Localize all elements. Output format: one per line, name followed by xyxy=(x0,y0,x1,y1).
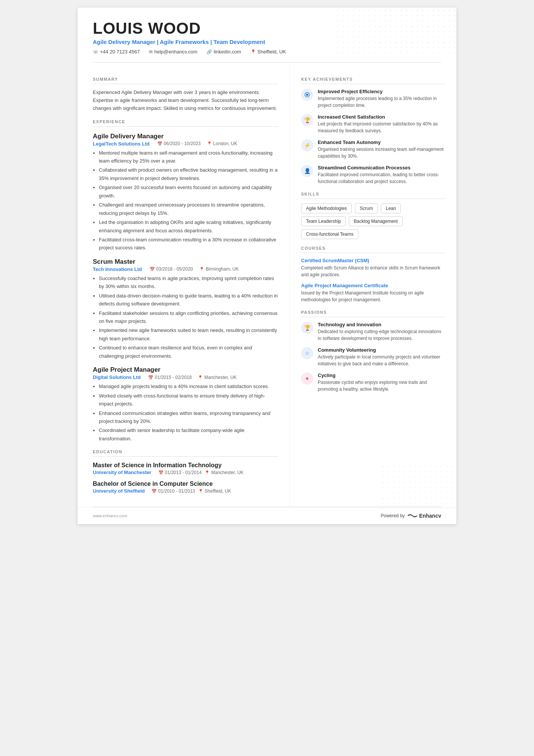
bullet: Coordinated with senior leadership to fa… xyxy=(99,426,278,443)
email-icon: ✉ xyxy=(149,49,153,55)
heart-passion-icon: ♥ xyxy=(306,376,309,382)
job-company-1: LegalTech Solutions Ltd xyxy=(93,141,150,147)
edu-school-2: University of Sheffield xyxy=(93,488,145,494)
bullet: Mentored multiple teams in self-manageme… xyxy=(99,149,278,165)
edu-dates-1: 📅 01/2013 - 01/2014 xyxy=(158,470,202,475)
footer-website: www.enhancv.com xyxy=(93,513,127,518)
achievement-text-1: Improved Project Efficiency Implemented … xyxy=(318,89,445,109)
bullet: Challenged and revamped unnecessary proc… xyxy=(99,201,278,217)
job-location-1: 📍 London, UK xyxy=(207,141,237,146)
edu-location-1: 📍 Manchester, UK xyxy=(205,470,244,475)
location-icon: 📍 xyxy=(250,49,256,55)
brand-name: Enhancv xyxy=(419,513,441,519)
footer: www.enhancv.com Powered by Enhancv xyxy=(78,507,456,524)
passion-title-3: Cycling xyxy=(318,373,445,378)
bullet: Worked closely with cross-functional tea… xyxy=(99,392,278,408)
passion-title-1: Technology and Innovation xyxy=(318,322,445,327)
bullet: Utilised data-driven decision-making to … xyxy=(99,292,278,308)
experience-section-title: EXPERIENCE xyxy=(93,119,278,127)
course-desc-2: Issued by the Project Management Institu… xyxy=(301,290,445,303)
achievement-desc-1: Implemented agile processes leading to a… xyxy=(318,95,445,109)
achievement-desc-4: Facilitated improved communication, lead… xyxy=(318,171,445,185)
bullet: Implemented new agile frameworks suited … xyxy=(99,326,278,343)
course-title-2: Agile Project Management Certificate xyxy=(301,283,445,288)
job-dates-2: 📅 03/2018 - 05/2020 xyxy=(150,266,193,272)
job-bullets-2: Successfully coached teams in agile prac… xyxy=(93,274,278,360)
skill-tag-5: Cross-functional Teams xyxy=(301,229,358,239)
achievement-icon-2: 🏆 xyxy=(301,114,313,126)
job-dates-1: 📅 06/2020 - 10/2023 xyxy=(157,141,201,146)
achievement-text-2: Increased Client Satisfaction Led projec… xyxy=(318,114,445,134)
name: LOUIS WOOD xyxy=(93,20,441,37)
trophy-passion-icon: 🏆 xyxy=(304,325,311,331)
passion-text-2: Community Volunteering Actively particip… xyxy=(318,347,445,367)
achievement-icon-1 xyxy=(301,89,313,101)
job-title-3: Agile Project Manager xyxy=(93,366,278,374)
passion-item-1: 🏆 Technology and Innovation Dedicated to… xyxy=(301,322,445,342)
education-item-2: Bachelor of Science in Computer Science … xyxy=(93,481,278,494)
passion-text-3: Cycling Passionate cyclist who enjoys ex… xyxy=(318,373,445,393)
job-item-3: Agile Project Manager Digital Solutions … xyxy=(93,366,278,443)
phone-icon: ☏ xyxy=(93,49,98,55)
phone-contact: ☏ +44 20 7123 4567 xyxy=(93,49,140,55)
email-value: help@enhancv.com xyxy=(154,49,197,55)
job-item-2: Scrum Master Tech Innovations Ltd 📅 03/2… xyxy=(93,258,278,360)
job-bullets-3: Managed agile projects leading to a 40% … xyxy=(93,382,278,443)
summary-text: Experienced Agile Delivery Manager with … xyxy=(93,89,278,112)
achievement-title-4: Streamlined Communication Processes xyxy=(318,165,445,171)
svg-point-1 xyxy=(306,94,308,96)
passion-icon-2: ☆ xyxy=(301,347,313,359)
edu-meta-2: 📅 01/2010 - 01/2013 📍 Sheffield, UK xyxy=(151,488,231,494)
location-value: Sheffield, UK xyxy=(258,49,286,55)
passion-icon-1: 🏆 xyxy=(301,322,313,334)
linkedin-contact: 🔗 linkedin.com xyxy=(206,49,241,55)
job-item-1: Agile Delivery Manager LegalTech Solutio… xyxy=(93,133,278,252)
edu-degree-1: Master of Science in Information Technol… xyxy=(93,462,278,469)
achievement-text-3: Enhanced Team Autonomy Organised trainin… xyxy=(318,139,445,160)
achievement-text-4: Streamlined Communication Processes Faci… xyxy=(318,165,445,185)
subtitle: Agile Delivery Manager | Agile Framework… xyxy=(93,39,441,45)
passion-desc-3: Passionate cyclist who enjoys exploring … xyxy=(318,379,445,393)
passion-item-2: ☆ Community Volunteering Actively partic… xyxy=(301,347,445,367)
job-location-3: 📍 Manchester, UK xyxy=(198,375,237,380)
education-section-title: EDUCATION xyxy=(93,449,278,457)
link-icon: 🔗 xyxy=(206,49,212,55)
achievement-desc-2: Led projects that improved customer sati… xyxy=(318,121,445,134)
bullet: Collaborated with product owners on effe… xyxy=(99,166,278,182)
bullet: Led the organisation in adopting OKRs an… xyxy=(99,218,278,235)
bullet: Continued to enhance team resilience and… xyxy=(99,344,278,360)
edu-degree-2: Bachelor of Science in Computer Science xyxy=(93,481,278,487)
edu-school-1: University of Manchester xyxy=(93,470,151,475)
enhancv-logo: Enhancv xyxy=(407,513,441,519)
course-desc-1: Completed with Scrum Alliance to enhance… xyxy=(301,265,445,278)
powered-by-label: Powered by xyxy=(381,513,404,518)
trophy-icon: 🏆 xyxy=(304,117,311,123)
passion-icon-3: ♥ xyxy=(301,373,313,385)
courses-section-title: COURSES xyxy=(301,246,445,253)
star-passion-icon: ☆ xyxy=(305,350,310,356)
left-column: SUMMARY Experienced Agile Delivery Manag… xyxy=(78,63,290,507)
achievement-item-4: 👤 Streamlined Communication Processes Fa… xyxy=(301,165,445,185)
job-company-3: Digital Solutions Ltd xyxy=(93,374,141,380)
bolt-icon: ⚡ xyxy=(304,142,311,149)
passion-item-3: ♥ Cycling Passionate cyclist who enjoys … xyxy=(301,373,445,393)
achievement-title-3: Enhanced Team Autonomy xyxy=(318,139,445,145)
edu-dates-2: 📅 01/2010 - 01/2013 xyxy=(151,488,195,494)
job-dates-3: 📅 01/2015 - 02/2018 xyxy=(148,375,192,380)
achievement-title-2: Increased Client Satisfaction xyxy=(318,114,445,120)
job-title-2: Scrum Master xyxy=(93,258,278,266)
job-bullets-1: Mentored multiple teams in self-manageme… xyxy=(93,149,278,252)
bullet: Organised over 20 successful team events… xyxy=(99,183,278,200)
person-icon: 👤 xyxy=(304,168,311,174)
achievement-item-2: 🏆 Increased Client Satisfaction Led proj… xyxy=(301,114,445,134)
bullet: Facilitated cross-team communication res… xyxy=(99,236,278,252)
contact-bar: ☏ +44 20 7123 4567 ✉ help@enhancv.com 🔗 … xyxy=(93,49,441,55)
achievement-item-1: Improved Project Efficiency Implemented … xyxy=(301,89,445,109)
course-item-1: Certified ScrumMaster (CSM) Completed wi… xyxy=(301,258,445,278)
passions-section-title: PASSIONS xyxy=(301,310,445,317)
bullet: Successfully coached teams in agile prac… xyxy=(99,274,278,291)
skill-tag-1: Scrum xyxy=(355,203,378,213)
passion-desc-2: Actively participate in local community … xyxy=(318,354,445,367)
job-meta-1: 📅 06/2020 - 10/2023 📍 London, UK xyxy=(157,141,237,146)
job-meta-3: 📅 01/2015 - 02/2018 📍 Manchester, UK xyxy=(148,375,236,380)
